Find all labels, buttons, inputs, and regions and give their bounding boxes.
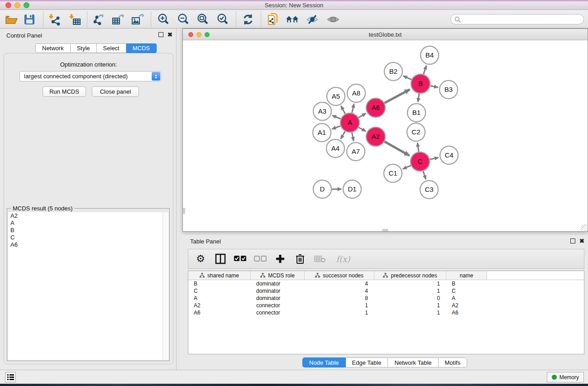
graph-node-A5[interactable]: A5: [327, 87, 345, 105]
export-image-button[interactable]: [130, 12, 145, 27]
tab-edge-table[interactable]: Edge Table: [346, 357, 388, 367]
result-item[interactable]: B: [8, 227, 163, 234]
close-panel-button[interactable]: Close panel: [92, 86, 139, 97]
graph-node-B2[interactable]: B2: [384, 62, 402, 81]
graph-node-A2[interactable]: A2: [366, 127, 385, 146]
zoom-in-button[interactable]: [156, 12, 171, 27]
result-scrollbar[interactable]: [163, 212, 168, 360]
edge-A-A1[interactable]: [332, 126, 341, 129]
float-panel-icon[interactable]: [158, 32, 163, 37]
column-header-MCDS-role[interactable]: MCDS role: [251, 271, 305, 280]
graph-node-C4[interactable]: C4: [440, 146, 458, 164]
edge-A-A6[interactable]: [359, 114, 366, 118]
export-table-button[interactable]: [111, 12, 125, 27]
result-item[interactable]: A: [8, 219, 163, 227]
refresh-button[interactable]: [241, 12, 255, 27]
graph-node-A7[interactable]: A7: [347, 143, 365, 161]
graph-node-D1[interactable]: D1: [343, 180, 361, 198]
tab-mcds[interactable]: MCDS: [126, 43, 157, 53]
new-session-button[interactable]: [266, 12, 281, 27]
export-network-button[interactable]: [92, 12, 106, 27]
graph-node-B3[interactable]: B3: [440, 81, 458, 99]
graph-node-D[interactable]: D: [313, 180, 331, 198]
edge-B-B1[interactable]: [418, 94, 419, 102]
edge-A-A2[interactable]: [359, 128, 366, 132]
table-settings-button[interactable]: ⚙: [194, 252, 207, 266]
edge-C-C1[interactable]: [403, 166, 411, 169]
graph-node-A8[interactable]: A8: [347, 84, 365, 102]
graph-node-B1[interactable]: B1: [407, 104, 425, 122]
tab-network-table[interactable]: Network Table: [388, 357, 438, 367]
edge-B-B2[interactable]: [403, 76, 411, 80]
close-table-panel-icon[interactable]: ✖: [579, 238, 584, 243]
edge-A-A8[interactable]: [352, 104, 354, 113]
column-header-name[interactable]: name: [446, 271, 487, 280]
toggle-column-view-button[interactable]: [214, 252, 227, 266]
graph-node-A1[interactable]: A1: [313, 124, 331, 142]
run-mcds-button[interactable]: Run MCDS: [43, 86, 86, 97]
window-resize-grip[interactable]: [581, 224, 587, 231]
zoom-fit-button[interactable]: [196, 12, 210, 27]
delete-columns-button[interactable]: [293, 252, 307, 266]
edge-B-B4[interactable]: [424, 66, 426, 74]
table-row[interactable]: A6connector11A6: [188, 309, 584, 316]
hide-graphics-details-button[interactable]: [305, 12, 320, 27]
edge-A6-B[interactable]: [384, 90, 410, 103]
tab-style[interactable]: Style: [71, 43, 97, 53]
zoom-out-button[interactable]: [176, 12, 191, 27]
table-row[interactable]: Cdominator41C: [188, 287, 584, 295]
first-neighbors-button[interactable]: [285, 12, 300, 27]
graph-node-A3[interactable]: A3: [313, 102, 331, 120]
tab-network[interactable]: Network: [35, 43, 71, 53]
graph-node-C1[interactable]: C1: [384, 164, 402, 182]
edge-C-C2[interactable]: [417, 143, 419, 152]
select-all-columns-button[interactable]: [234, 252, 247, 266]
graph-node-A6[interactable]: A6: [366, 98, 385, 117]
function-builder-button[interactable]: f(x): [333, 252, 353, 266]
edge-C-C3[interactable]: [423, 171, 426, 179]
canvas-vertical-scrollbar[interactable]: [183, 208, 185, 214]
task-history-button[interactable]: [5, 372, 16, 382]
column-header-successor-nodes[interactable]: successor nodes: [305, 271, 374, 280]
graph-node-A[interactable]: A: [340, 113, 359, 132]
table-row[interactable]: Adominator80A: [188, 295, 584, 302]
mcds-result-list[interactable]: A2ABCA6: [8, 212, 163, 360]
edge-A-A7[interactable]: [352, 133, 354, 141]
graph-node-C2[interactable]: C2: [407, 123, 425, 141]
graph-node-B4[interactable]: B4: [421, 46, 439, 64]
column-header-predecessor-nodes[interactable]: predecessor nodes: [374, 271, 446, 280]
edge-A-A3[interactable]: [332, 115, 340, 119]
result-item[interactable]: C: [8, 234, 163, 241]
delete-table-button[interactable]: [313, 252, 327, 266]
import-table-button[interactable]: [67, 12, 82, 27]
graph-node-B[interactable]: B: [411, 74, 430, 93]
graph-node-A4[interactable]: A4: [326, 139, 344, 157]
graph-node-C3[interactable]: C3: [420, 181, 438, 199]
optimization-dropdown[interactable]: largest connected component (directed) ▲…: [19, 71, 161, 81]
show-graphics-details-button[interactable]: [326, 12, 340, 27]
float-table-panel-icon[interactable]: [570, 238, 575, 243]
edge-A-A5[interactable]: [341, 106, 345, 114]
network-canvas[interactable]: AA1A2A3A4A5A6A7A8BB1B2B3B4CC1C2C3C4DD1: [183, 40, 588, 231]
deselect-all-columns-button[interactable]: [253, 252, 267, 266]
graph-node-C[interactable]: C: [411, 152, 430, 171]
tab-select[interactable]: Select: [97, 43, 126, 53]
edge-A-A4[interactable]: [341, 131, 345, 139]
memory-button[interactable]: Memory: [547, 372, 584, 382]
column-header-shared-name[interactable]: shared name: [188, 271, 251, 280]
result-item[interactable]: A6: [8, 241, 163, 248]
edge-C-C4[interactable]: [430, 157, 438, 159]
tab-node-table[interactable]: Node Table: [302, 357, 346, 367]
add-column-button[interactable]: [273, 252, 287, 266]
save-session-button[interactable]: [22, 12, 37, 27]
table-row[interactable]: A2connector11A2: [188, 302, 584, 309]
import-network-button[interactable]: [47, 12, 62, 27]
result-item[interactable]: A2: [8, 212, 163, 219]
search-input[interactable]: [450, 14, 584, 24]
edge-B-B3[interactable]: [430, 86, 438, 88]
canvas-horizontal-scrollbar[interactable]: [382, 229, 388, 231]
edge-A2-C[interactable]: [384, 142, 409, 156]
tab-motifs[interactable]: Motifs: [439, 357, 468, 367]
table-row[interactable]: Bdominator41B: [188, 280, 584, 287]
open-file-button[interactable]: [4, 12, 19, 27]
